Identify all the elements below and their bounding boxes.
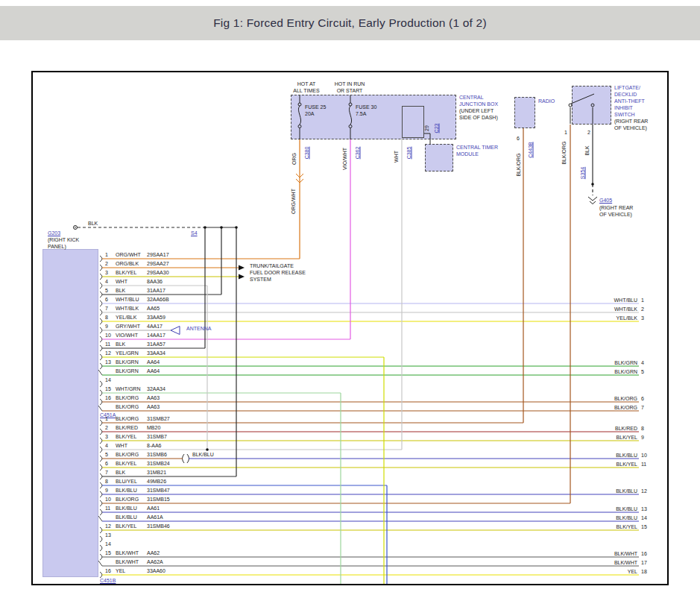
connector-row: 16BLK/ORGAA63 — [105, 395, 160, 401]
right-wire-label: WHT/BLK — [511, 306, 637, 312]
circuit-number: 29SAA30 — [147, 270, 169, 275]
pin-number: 13 — [105, 359, 116, 365]
right-wire-label: BLK/ORG — [511, 395, 637, 402]
inline-wire-label-blk-blu: BLK/BLU — [192, 451, 214, 458]
wire-name: BLK/GRN — [116, 359, 147, 365]
splice-s354[interactable]: S354 — [579, 167, 586, 179]
connector-row: BLK/BLUAA61A — [105, 514, 163, 520]
pin-bracket — [100, 536, 102, 542]
ground-g203[interactable]: G203 — [48, 230, 60, 236]
pin-bracket — [100, 420, 102, 426]
connector-row: 3BLK/YEL31SMB7 — [105, 434, 167, 440]
connector-row: BLK/GRNAA64 — [105, 368, 160, 374]
pin-number: 16 — [105, 395, 116, 401]
pin-bracket — [100, 399, 102, 405]
splice-s4[interactable]: S4 — [191, 230, 198, 236]
wire-name: WHT/BLU — [116, 297, 147, 303]
connector-row: 4WHT8-AA6 — [105, 443, 161, 449]
pin-number: 7 — [105, 306, 116, 312]
right-wire-label: BLK/BLU — [511, 452, 637, 459]
connector-c23[interactable]: C23 — [433, 124, 440, 133]
connector-row: 1BLK/ORG31SMB27 — [105, 416, 170, 422]
circuit-number: 31SMB47 — [147, 488, 170, 493]
trunk-release-label: TRUNK/TAILGATE FUEL DOOR RELEASE SYSTEM — [250, 262, 306, 283]
connector-c451b[interactable]: C451B — [100, 577, 116, 584]
pin-bracket — [98, 406, 102, 411]
pin-bracket — [100, 309, 102, 315]
connector-row: 7WHT/BLKAA65 — [105, 306, 160, 312]
hot-at-all-times-label: HOT ATALL TIMES — [283, 81, 329, 94]
wire-name: BLK — [116, 288, 147, 294]
circuit-number: 29SAA27 — [147, 261, 169, 266]
pin-bracket — [100, 491, 102, 497]
connector-c380[interactable]: C380 — [303, 147, 310, 160]
central-junction-box — [291, 95, 456, 139]
connector-row: 11BLK31AA57 — [105, 342, 165, 347]
circuit-number: 31SMB7 — [147, 434, 167, 439]
circuit-number: 32AA66B — [147, 297, 169, 302]
pin-bracket — [100, 482, 102, 488]
wire-name: BLK/BLU — [116, 514, 147, 520]
g203-ground-symbol — [74, 226, 78, 230]
figure-title-bar: Fig 1: Forced Entry Circuit, Early Produ… — [0, 6, 700, 40]
connector-row: 15WHT/GRN32AA34 — [105, 386, 165, 392]
circuit-number: AA61A — [147, 514, 163, 520]
circuit-number: AA62A — [147, 559, 163, 564]
pin-number: 12 — [105, 350, 116, 356]
circuit-number: 33AA60 — [147, 568, 165, 573]
circuit-number: 31SMB15 — [147, 497, 170, 502]
connector-c385[interactable]: C385 — [406, 147, 412, 160]
ground-g405[interactable]: G405 — [599, 197, 612, 204]
pin-number: 6 — [105, 297, 116, 303]
wire-name: BLK — [116, 470, 147, 476]
radio-box — [514, 97, 535, 128]
pin-number: 16 — [105, 568, 116, 574]
pin-bracket — [100, 318, 102, 324]
right-pin-number: 18 — [641, 568, 647, 575]
right-pin-number: 1 — [641, 297, 644, 303]
connector-c443b[interactable]: C443B — [527, 142, 534, 157]
pin-number: 7 — [105, 470, 116, 476]
right-wire-label: BLK/ORG — [511, 404, 637, 411]
wire-label-blk: BLK — [88, 220, 98, 227]
connector-row: 3BLK/YEL29SAA30 — [105, 270, 169, 276]
radio-label: RADIO — [538, 98, 555, 104]
g405-location: (RIGHT REAROF VEHICLE) — [599, 204, 633, 218]
junction-dot — [204, 226, 206, 229]
connector-row: 7BLK31MB21 — [105, 470, 166, 476]
wire-name: WHT/BLK — [116, 306, 147, 312]
right-wire-label: BLK/YEL — [511, 523, 637, 530]
right-pin-number: 13 — [641, 506, 647, 512]
wire-name: GRY/WHT — [116, 324, 147, 330]
pin-number: 1 — [105, 416, 116, 422]
pin-bracket — [100, 265, 102, 271]
liftgate-switch-box — [572, 86, 611, 125]
right-pin-number: 17 — [641, 559, 647, 566]
wire-name: BLK/ORG — [116, 416, 147, 422]
pin-bracket — [100, 390, 102, 396]
circuit-number: AA61 — [147, 506, 160, 511]
pin-bracket — [100, 554, 102, 560]
wire-name: YEL — [116, 568, 147, 574]
pin-number: 14 — [105, 377, 116, 383]
junction-dot — [235, 226, 238, 229]
right-pin-number: 11 — [641, 461, 646, 468]
connector-row: 15BLK/WHTAA62 — [105, 550, 160, 556]
right-wire-label: BLK/YEL — [511, 434, 637, 441]
g203-location: (RIGHT KICKPANEL) — [48, 236, 79, 250]
wire-name: BLK/GRN — [116, 368, 147, 374]
fuse25-label: FUSE 2520A — [305, 104, 326, 117]
pin-number: 9 — [105, 488, 116, 494]
connector-c362[interactable]: C362 — [354, 147, 361, 160]
pin-bracket — [100, 500, 102, 506]
right-wire-label: WHT/BLU — [511, 297, 637, 303]
wire-name: YEL/BLK — [116, 315, 147, 321]
pin-number: 4 — [105, 443, 116, 449]
circuit-number: 49MB26 — [147, 479, 166, 484]
pin-bracket — [100, 274, 102, 280]
pin-number: 10 — [105, 333, 116, 339]
right-wire-label: BLK/RED — [511, 425, 637, 432]
wire-name: BLU/YEL — [116, 479, 147, 485]
pin-bracket — [100, 327, 102, 333]
connector-row: 5BLK/ORG31SMB6 — [105, 452, 167, 458]
